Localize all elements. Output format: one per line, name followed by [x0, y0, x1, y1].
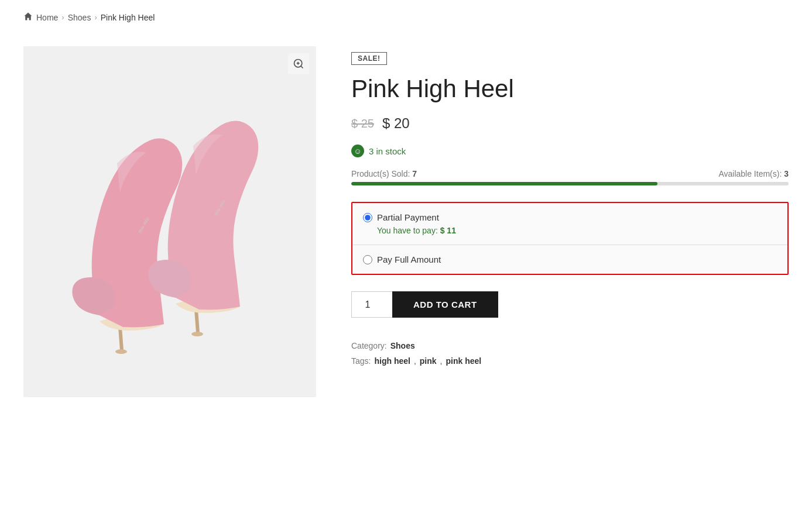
available-label: Available Item(s): 3 — [718, 169, 789, 178]
product-title: Pink High Heel — [351, 74, 789, 104]
category-label: Category: — [351, 339, 387, 353]
category-link[interactable]: Shoes — [390, 339, 415, 353]
category-row: Category: Shoes — [351, 339, 789, 353]
product-image-container: miu miu miu miu — [23, 46, 316, 397]
svg-line-7 — [301, 66, 303, 68]
full-payment-row: Pay Full Amount — [363, 254, 777, 264]
product-layout: miu miu miu miu — [23, 46, 789, 397]
sold-available-section: Product(s) Sold: 7 Available Item(s): 3 — [351, 169, 789, 185]
price-section: $ 25 $ 20 — [351, 115, 789, 132]
stock-section: ☺ 3 in stock — [351, 144, 789, 157]
add-to-cart-button[interactable]: Add to cart — [392, 291, 498, 318]
breadcrumb-home[interactable]: Home — [36, 13, 58, 22]
payment-options: Partial Payment You have to pay: $ 11 Pa… — [351, 202, 789, 275]
tag-pink-heel[interactable]: pink heel — [446, 354, 481, 369]
breadcrumb-sep-2: › — [94, 13, 97, 22]
partial-payment-label: Partial Payment — [377, 212, 439, 222]
product-meta: Category: Shoes Tags: high heel, pink, p… — [351, 339, 789, 368]
cart-section: Add to cart — [351, 291, 789, 318]
breadcrumb-current: Pink High Heel — [101, 13, 155, 22]
breadcrumb: Home › Shoes › Pink High Heel — [23, 12, 789, 23]
svg-line-0 — [120, 327, 122, 350]
partial-payment-radio[interactable] — [363, 213, 372, 222]
product-image: miu miu miu miu — [47, 70, 293, 374]
breadcrumb-sep-1: › — [61, 13, 64, 22]
home-icon — [23, 12, 33, 23]
svg-point-4 — [191, 332, 203, 336]
zoom-button[interactable] — [288, 53, 309, 74]
stock-text: 3 in stock — [369, 146, 406, 156]
product-details: SALE! Pink High Heel $ 25 $ 20 ☺ 3 in st… — [351, 46, 789, 369]
quantity-input[interactable] — [351, 291, 392, 318]
full-payment-label: Pay Full Amount — [377, 254, 441, 264]
full-payment-radio[interactable] — [363, 255, 372, 264]
tag-high-heel[interactable]: high heel — [374, 354, 410, 369]
partial-payment-option: Partial Payment You have to pay: $ 11 — [352, 203, 787, 245]
tags-label: Tags: — [351, 354, 371, 369]
partial-payment-amount: $ 11 — [440, 226, 456, 235]
price-sale: $ 20 — [382, 115, 410, 132]
partial-payment-row: Partial Payment — [363, 212, 777, 222]
svg-line-3 — [196, 309, 198, 333]
progress-bar-fill — [351, 182, 657, 185]
stock-icon: ☺ — [351, 144, 364, 157]
tag-pink[interactable]: pink — [420, 354, 437, 369]
full-payment-option: Pay Full Amount — [352, 245, 787, 274]
breadcrumb-shoes[interactable]: Shoes — [68, 13, 91, 22]
tags-row: Tags: high heel, pink, pink heel — [351, 354, 789, 369]
price-original: $ 25 — [351, 117, 374, 130]
sale-badge: SALE! — [351, 52, 387, 65]
svg-point-1 — [115, 349, 127, 354]
partial-payment-detail: You have to pay: $ 11 — [377, 226, 777, 235]
sold-available-labels: Product(s) Sold: 7 Available Item(s): 3 — [351, 169, 789, 178]
sold-label: Product(s) Sold: 7 — [351, 169, 417, 178]
progress-bar-track — [351, 182, 789, 185]
